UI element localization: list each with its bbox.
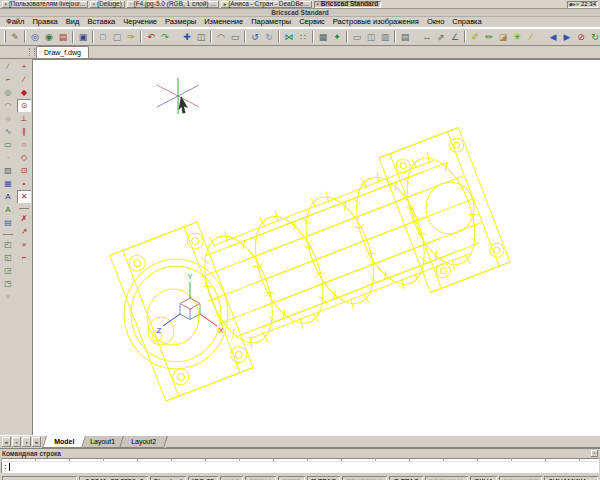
esnap-quadrant-icon[interactable]: ◇ <box>17 151 31 164</box>
menu-вид[interactable]: Вид <box>62 17 84 27</box>
taskbar-item-bricscad[interactable]: ▪Bricscad Standard <box>314 1 381 8</box>
regen-icon[interactable]: ↺ <box>248 30 262 44</box>
explode-icon[interactable]: ◰ <box>1 238 15 251</box>
taskbar-item-deluge[interactable]: ▪(Deluge) <box>90 1 125 8</box>
layers-panel-icon[interactable]: ▤ <box>1 216 15 229</box>
group-icon[interactable]: ◱ <box>1 251 15 264</box>
draw-arc-icon[interactable]: ◠ <box>1 99 15 112</box>
block-manager-icon[interactable]: ▦ <box>316 30 330 44</box>
menu-черчение[interactable]: Черчение <box>119 17 161 27</box>
draw-polyline-icon[interactable]: ⌐ <box>1 73 15 86</box>
esnap-center-icon[interactable]: ⊙ <box>17 99 31 112</box>
menu-файл[interactable]: Файл <box>2 17 28 27</box>
taskbar-item-player[interactable]: ▸[Аниса - Стран - DeaDBe... <box>221 1 312 8</box>
dim-linear-icon[interactable]: ↔ <box>420 30 434 44</box>
drawing-canvas[interactable]: Y X Z <box>32 59 600 435</box>
dim-aligned-icon[interactable]: ⇗ <box>434 30 448 44</box>
purge-icon[interactable]: ▫ <box>1 290 15 303</box>
status-toggle-орто[interactable]: ОРТО <box>278 476 305 480</box>
draw-line-icon[interactable]: ∕ <box>1 60 15 73</box>
layout-nav-last[interactable]: » <box>32 437 41 447</box>
menu-изменение[interactable]: Изменение <box>200 17 247 27</box>
mirror-icon[interactable]: ⋈ <box>282 30 296 44</box>
menu-сервис[interactable]: Сервис <box>295 17 329 27</box>
status-toggle-толщина[interactable]: ТОЛЩИНА <box>425 476 468 480</box>
pen-green-icon[interactable]: ✏ <box>482 30 496 44</box>
copy-entities-icon[interactable]: ◫ <box>194 30 208 44</box>
rectangle-tool-icon[interactable]: ▭ <box>228 30 242 44</box>
plant-icon[interactable]: ✳ <box>510 30 524 44</box>
array-icon[interactable]: ∷ <box>296 30 310 44</box>
redo-icon[interactable]: ↷ <box>158 30 172 44</box>
status-toggle-п.трас[interactable]: П.ТРАС <box>307 476 340 480</box>
esnap-intersection-icon[interactable]: ✗ <box>17 212 31 225</box>
menu-правка[interactable]: Правка <box>28 17 61 27</box>
print-icon[interactable]: ▤ <box>398 30 412 44</box>
eraser-icon[interactable]: ◪ <box>496 30 510 44</box>
toolbar-grip[interactable] <box>4 31 6 43</box>
menu-окно[interactable]: Окно <box>423 17 448 27</box>
window-titlebar[interactable]: Bricscad Standard <box>0 9 600 17</box>
menu-справка[interactable]: Справка <box>448 17 485 27</box>
menu-растровые изображения[interactable]: Растровые изображения <box>329 17 423 27</box>
zoom-extents-icon[interactable]: ◎ <box>28 30 42 44</box>
text-single-icon[interactable]: A <box>1 203 15 216</box>
command-input-area[interactable]: : <box>1 458 599 473</box>
draw-pen-icon[interactable]: ✎ <box>8 30 22 44</box>
status-toggle-сетка[interactable]: СЕТКА <box>245 476 276 480</box>
menu-размеры[interactable]: Размеры <box>161 17 200 27</box>
pen-yellow-icon[interactable]: ✐ <box>468 30 482 44</box>
esnap-perpendicular-icon[interactable]: ⊥ <box>17 112 31 125</box>
draw-point-icon[interactable]: · <box>1 151 15 164</box>
web-refresh-icon[interactable]: ↻ <box>588 30 600 44</box>
menu-параметры[interactable]: Параметры <box>247 17 295 27</box>
esnap-clear-icon[interactable]: ✕ <box>17 190 31 203</box>
status-dim-style[interactable]: ISO-25 <box>188 476 218 480</box>
esnap-tangent-icon[interactable]: ○ <box>17 138 31 151</box>
command-panel-dock-button[interactable]: ▫ <box>591 450 598 457</box>
esnap-endpoint-icon[interactable]: ∕ <box>17 73 31 86</box>
taskbar-item-gimp[interactable]: ▫[F4.jpg-5.0 (RGB, 1 слой) ... <box>127 1 219 8</box>
view-eye-icon[interactable]: ◉ <box>42 30 56 44</box>
ungroup-icon[interactable]: ◲ <box>1 264 15 277</box>
command-panel-header[interactable]: Командная строка ▫ <box>0 449 600 458</box>
esnap-settings-icon[interactable]: ⌐ <box>17 251 31 264</box>
new-document-icon[interactable]: □ <box>96 30 110 44</box>
status-toggle-шаг[interactable]: ШАГ <box>220 476 243 480</box>
layer-states-icon[interactable]: ▤ <box>56 30 70 44</box>
layout-nav-first[interactable]: « <box>2 437 11 447</box>
status-toggle-планшет[interactable]: ПЛАНШЕТ <box>499 476 542 480</box>
draw-spline-icon[interactable]: ∿ <box>1 125 15 138</box>
draw-rectangle-icon[interactable]: ▭ <box>1 138 15 151</box>
layout-nav-next[interactable]: › <box>22 437 31 447</box>
esnap-midpoint-icon[interactable]: ◆ <box>17 86 31 99</box>
undo-icon[interactable]: ↶ <box>144 30 158 44</box>
dim-angular-icon[interactable]: ∠ <box>448 30 462 44</box>
save-icon[interactable]: ▣ <box>76 30 90 44</box>
taskbar-item-livejournal[interactable]: ▪[Пользователям livejour... <box>2 1 88 8</box>
copy-nested-icon[interactable]: ◳ <box>1 277 15 290</box>
draw-ellipse-icon[interactable]: ○ <box>1 112 15 125</box>
web-back-icon[interactable]: ◀ <box>546 30 560 44</box>
esnap-apparent-icon[interactable]: × <box>17 238 31 251</box>
menu-вставка[interactable]: Вставка <box>83 17 119 27</box>
document-tab[interactable]: Draw_f.dwg <box>36 46 89 58</box>
layout-tab-model[interactable]: Model <box>42 436 86 448</box>
status-toggle-привязка[interactable]: ПРИВЯЗКА <box>342 476 387 480</box>
viewports-single-icon[interactable]: ▭ <box>350 30 364 44</box>
esnap-parallel-icon[interactable]: ∥ <box>17 125 31 138</box>
layout-tab-layout2[interactable]: Layout2 <box>119 436 168 448</box>
esnap-node-icon[interactable]: • <box>17 177 31 190</box>
layout-nav-prev[interactable]: ‹ <box>12 437 21 447</box>
tray-update-icon[interactable]: ● <box>576 1 579 7</box>
draw-hatch-icon[interactable]: ▨ <box>1 164 15 177</box>
viewports-three-icon[interactable]: ▥ <box>378 30 392 44</box>
esnap-tracking-icon[interactable]: + <box>17 60 31 73</box>
arc-tool-icon[interactable]: ◠ <box>214 30 228 44</box>
regen-all-icon[interactable]: ↻ <box>262 30 276 44</box>
command-line[interactable]: : <box>1 462 599 472</box>
draw-circle-icon[interactable]: ◎ <box>1 86 15 99</box>
insert-block-icon[interactable]: ✦ <box>330 30 344 44</box>
esnap-insertion-icon[interactable]: ⊡ <box>17 164 31 177</box>
status-toggle-окна[interactable]: ОКНА <box>470 476 497 480</box>
